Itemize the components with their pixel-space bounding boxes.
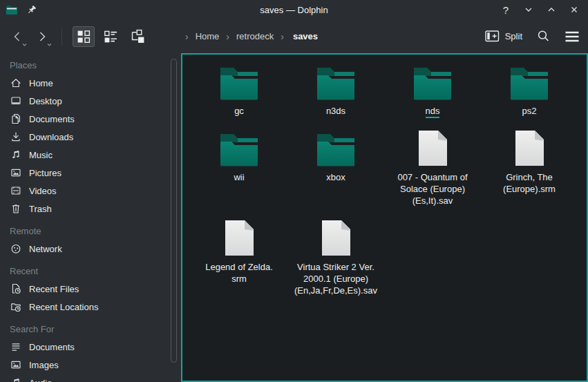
details-view-icon [103,29,118,44]
trash-icon [10,202,22,215]
tree-view-icon [130,29,145,44]
sidebar-item-label: Recent Locations [29,302,98,312]
close-button[interactable] [566,2,582,17]
sidebar-item-label: Audio [29,378,52,382]
sidebar-item-audio[interactable]: Audio [0,374,181,382]
forward-dropdown-caret-icon [46,43,53,47]
sidebar-item-documents[interactable]: Documents [0,338,181,356]
split-view-icon [485,30,500,42]
sidebar-item-label: Downloads [29,132,73,142]
videos-icon [10,184,22,197]
details-view-button[interactable] [99,26,122,47]
section-title: Places [0,57,181,74]
item-label: ps2 [522,105,537,117]
sidebar-item-network[interactable]: Network [0,240,181,258]
title-bar: saves — Dolphin ? [0,0,588,19]
split-button[interactable]: Split [485,30,522,42]
chevron-up-icon [546,4,557,15]
folder-item[interactable]: ps2 [481,64,578,117]
back-dropdown-caret-icon [21,43,28,47]
section-title: Search For [0,321,181,338]
maximize-button[interactable] [543,2,560,17]
item-label: Virtua Striker 2 Ver. 2000.1 (Europe) (E… [294,261,377,296]
sidebar-item-label: Recent Files [29,284,79,294]
sidebar-item-downloads[interactable]: Downloads [0,128,181,146]
folder-item[interactable]: gc [191,64,287,117]
split-button-label: Split [505,31,522,41]
hamburger-menu-icon [565,30,580,43]
pin-icon[interactable] [26,5,37,15]
sidebar-item-trash[interactable]: Trash [0,200,181,218]
recent-folder-icon [10,300,22,313]
app-folder-icon [6,5,18,15]
forward-button[interactable] [32,26,53,47]
sidebar-item-videos[interactable]: Videos [0,182,181,200]
sidebar-item-music[interactable]: Music [0,146,181,164]
menu-button[interactable] [565,30,580,43]
file-item[interactable]: Grinch, The (Europe).srm [481,131,578,207]
sidebar-item-images[interactable]: Images [0,356,181,374]
item-label: wii [234,171,244,183]
pictures-icon [10,166,22,179]
folder-icon [219,64,259,100]
sidebar-item-label: Videos [29,186,57,196]
minimize-button[interactable] [520,2,537,17]
sidebar-item-label: Network [29,244,62,254]
doc-lines-icon [10,341,22,353]
sidebar-item-label: Trash [29,204,52,214]
sidebar-item-label: Desktop [29,96,62,106]
sidebar-item-pictures[interactable]: Pictures [0,164,181,182]
sidebar-item-label: Pictures [29,168,61,178]
sidebar-item-recent-files[interactable]: Recent Files [0,280,181,298]
chevron-right-icon: › [223,31,232,42]
close-icon [569,4,580,15]
sidebar-item-label: Images [29,360,59,370]
recent-file-icon [10,283,22,295]
folder-icon [316,131,356,166]
folder-item[interactable]: xbox [287,131,384,207]
breadcrumb: ›Home›retrodeck›saves [182,19,319,53]
toolbar-separator [61,28,62,46]
chevron-right-icon: › [182,31,191,42]
tree-view-button[interactable] [126,26,149,47]
section-title: Recent [0,263,181,280]
breadcrumb-segment[interactable]: saves [290,31,319,41]
sidebar-item-label: Home [29,78,53,88]
desktop-icon [10,95,22,107]
icons-view-button[interactable] [73,26,95,47]
item-label: Grinch, The (Europe).srm [503,171,556,195]
sidebar-scrollbar[interactable] [171,59,177,363]
file-icon [225,220,254,256]
search-button[interactable] [536,29,551,44]
sidebar-item-documents[interactable]: Documents [0,110,181,128]
item-label: n3ds [326,105,345,117]
folder-item[interactable]: n3ds [287,64,384,117]
places-panel: PlacesHomeDesktopDocumentsDownloadsMusic… [0,53,181,382]
home-icon [10,77,22,89]
icons-view-icon [76,29,91,44]
file-item[interactable]: Legend of Zelda. srm [191,220,287,296]
breadcrumb-segment[interactable]: retrodeck [235,31,275,41]
help-button[interactable]: ? [497,2,514,17]
sidebar-item-label: Music [29,150,53,160]
sidebar-item-recent-locations[interactable]: Recent Locations [0,298,181,316]
item-label: Legend of Zelda. srm [205,261,273,285]
sidebar-item-home[interactable]: Home [0,74,181,92]
music-icon [10,376,22,382]
folder-item[interactable]: wii [191,131,287,207]
item-label: nds [426,105,440,117]
folder-view[interactable]: gc n3ds nds ps2 wii xbox 0 [181,53,588,382]
file-item[interactable]: Virtua Striker 2 Ver. 2000.1 (Europe) (E… [287,220,384,296]
downloads-icon [10,131,22,143]
file-icon [321,220,351,256]
folder-icon [412,64,453,100]
item-label: 007 - Quantum of Solace (Europe) (Es,It)… [397,171,467,207]
breadcrumb-segment[interactable]: Home [194,31,221,41]
folder-icon [219,131,259,166]
sidebar-item-desktop[interactable]: Desktop [0,92,181,110]
folder-item[interactable]: nds [384,64,481,117]
forward-arrow-icon [35,30,49,44]
help-icon: ? [503,4,509,16]
back-button[interactable] [7,26,28,47]
file-item[interactable]: 007 - Quantum of Solace (Europe) (Es,It)… [384,131,481,207]
